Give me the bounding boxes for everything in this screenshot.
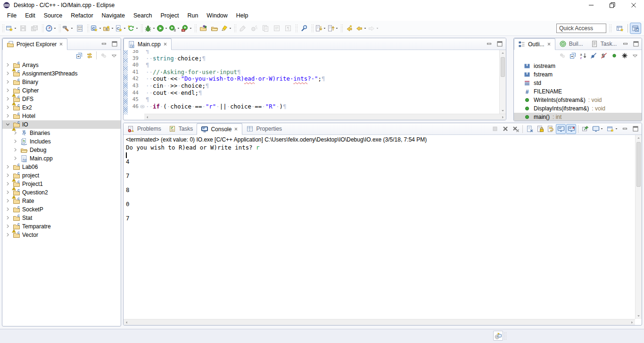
code-line[interactable]: 44··cout·<<·endl;¶ xyxy=(128,90,506,97)
marker-pen-dropdown-icon[interactable] xyxy=(229,27,232,30)
new-c-file-dropdown-icon[interactable] xyxy=(123,27,126,30)
chevron-right-icon[interactable] xyxy=(4,78,11,86)
show-on-stderr-button[interactable] xyxy=(566,124,576,134)
scroll-down-icon[interactable] xyxy=(636,313,642,319)
close-icon[interactable] xyxy=(234,126,238,133)
code-editor[interactable]: 38¶39··string·choice;¶40¶41··//·Asking·f… xyxy=(124,50,506,115)
maximize-view-button[interactable] xyxy=(109,39,119,49)
menu-window[interactable]: Window xyxy=(202,11,231,20)
outline-item-writeints-ofstream-[interactable]: WriteInts(ofstream&) : void xyxy=(514,96,642,104)
outline-item-displayints-ifstream-[interactable]: DisplayInts(ifstream&) : void xyxy=(514,104,642,113)
tab-tasks[interactable]: Tasks xyxy=(165,123,197,134)
chevron-down-icon[interactable] xyxy=(4,121,11,128)
tab-main-cpp[interactable]: .cMain.cpp xyxy=(124,38,172,50)
maximize-view-button[interactable] xyxy=(630,124,640,134)
next-annotation-dropdown-icon[interactable] xyxy=(323,27,326,30)
refresh-build-button[interactable] xyxy=(127,23,139,34)
new-c-class-dropdown-icon[interactable] xyxy=(99,27,102,30)
code-line[interactable]: 45¶ xyxy=(128,96,506,103)
scroll-up-icon[interactable] xyxy=(500,50,506,56)
tab-buil-[interactable]: Buil... xyxy=(555,38,587,50)
display-console-button[interactable] xyxy=(591,124,605,134)
terminate-button[interactable] xyxy=(490,124,500,134)
clear-console-button[interactable] xyxy=(525,124,535,134)
scroll-left-icon[interactable] xyxy=(124,319,130,326)
copy-pages-button[interactable] xyxy=(260,23,271,34)
scroll-lock-button[interactable] xyxy=(535,124,545,134)
tree-item-assignment3pthreads[interactable]: CAssignment3Pthreads xyxy=(2,69,121,78)
collapse-all-button[interactable] xyxy=(568,50,578,60)
tree-item-ex2[interactable]: CEx2 xyxy=(2,103,121,112)
tree-item-main-cpp[interactable]: .cMain.cpp xyxy=(2,154,121,163)
build-hammer-button[interactable] xyxy=(62,23,74,34)
outline-item-filename[interactable]: #FILENAME xyxy=(514,87,642,96)
remove-launch-button[interactable] xyxy=(500,124,510,134)
menu-edit[interactable]: Edit xyxy=(21,11,40,20)
outline-item-main-[interactable]: main() : int xyxy=(514,113,642,121)
menu-source[interactable]: Source xyxy=(40,11,67,20)
prev-annotation-button[interactable] xyxy=(327,23,339,34)
next-annotation-button[interactable] xyxy=(314,23,327,34)
tab-problems[interactable]: Problems xyxy=(124,123,165,134)
outline-item-iostream[interactable]: iostream xyxy=(514,62,642,70)
minimize-view-button[interactable] xyxy=(99,39,109,49)
chevron-right-icon[interactable] xyxy=(12,138,19,145)
maximize-view-button[interactable] xyxy=(495,39,504,49)
console-vertical-scrollbar[interactable] xyxy=(635,135,642,319)
pin-console-button[interactable] xyxy=(580,124,590,134)
chevron-right-icon[interactable] xyxy=(12,155,19,162)
prev-annotation-dropdown-icon[interactable] xyxy=(335,27,339,30)
chevron-right-icon[interactable] xyxy=(4,214,11,222)
tree-item-vector[interactable]: CVector xyxy=(2,231,121,239)
link-with-editor-button[interactable] xyxy=(84,50,94,60)
launch-status-button[interactable] xyxy=(493,331,503,341)
menu-refactor[interactable]: Refactor xyxy=(66,11,97,20)
outline-item-fstream[interactable]: fstream xyxy=(514,70,642,79)
editor-horizontal-scrollbar[interactable] xyxy=(144,114,506,120)
word-wrap-button[interactable] xyxy=(545,124,555,134)
console-output[interactable]: Do you wish to R)ead or W)rite ints? r4 … xyxy=(124,143,642,222)
chevron-right-icon[interactable] xyxy=(4,172,11,179)
chevron-right-icon[interactable] xyxy=(12,146,19,154)
format-page-button[interactable] xyxy=(271,23,282,34)
show-on-stdout-button[interactable] xyxy=(556,124,566,134)
new-wizard-dropdown-icon[interactable] xyxy=(14,27,17,30)
forward-arrow-dropdown-icon[interactable] xyxy=(376,27,379,30)
minimize-view-button[interactable] xyxy=(620,39,630,49)
tree-item-hotel[interactable]: CHotel xyxy=(2,112,121,120)
hide-inactive-button[interactable] xyxy=(619,50,629,60)
close-icon[interactable] xyxy=(163,41,167,48)
forward-arrow-button[interactable] xyxy=(367,23,380,34)
close-icon[interactable] xyxy=(547,41,551,48)
save-all-button[interactable] xyxy=(29,23,40,34)
back-arrow-button[interactable] xyxy=(355,23,367,34)
show-whitespace-button[interactable]: ¶ xyxy=(282,23,294,34)
tree-item-arrays[interactable]: CArrays xyxy=(2,61,121,69)
chevron-right-icon[interactable] xyxy=(4,189,11,196)
cpp-perspective-button[interactable]: C xyxy=(630,23,641,34)
close-icon[interactable] xyxy=(59,41,63,48)
dial-button[interactable] xyxy=(45,23,57,34)
scroll-right-icon[interactable] xyxy=(629,319,635,326)
menu-project[interactable]: Project xyxy=(157,11,183,20)
run-play-button[interactable] xyxy=(156,23,168,34)
tree-item-project1[interactable]: CProject1 xyxy=(2,180,121,188)
tab-task-[interactable]: Task... xyxy=(587,38,621,50)
chevron-right-icon[interactable] xyxy=(4,231,11,239)
chevron-right-icon[interactable] xyxy=(4,112,11,120)
tree-item-binaries[interactable]: 10Binaries xyxy=(2,129,121,137)
restore-window-button[interactable] xyxy=(602,0,623,10)
tree-item-cipher[interactable]: CCipher xyxy=(2,86,121,95)
editor-vertical-scrollbar[interactable] xyxy=(499,50,506,114)
tree-item-binary[interactable]: CBinary xyxy=(2,78,121,86)
chevron-right-icon[interactable] xyxy=(4,206,11,213)
tree-item-stat[interactable]: CStat xyxy=(2,214,121,222)
minimize-window-button[interactable] xyxy=(580,0,602,10)
profile-play-button[interactable] xyxy=(168,23,181,34)
refresh-build-dropdown-icon[interactable] xyxy=(135,27,139,30)
new-wizard-button[interactable] xyxy=(5,23,17,34)
new-c-file-button[interactable]: C xyxy=(115,23,127,34)
menu-run[interactable]: Run xyxy=(183,11,202,20)
menu-file[interactable]: File xyxy=(3,11,21,20)
chevron-right-icon[interactable] xyxy=(4,197,11,205)
